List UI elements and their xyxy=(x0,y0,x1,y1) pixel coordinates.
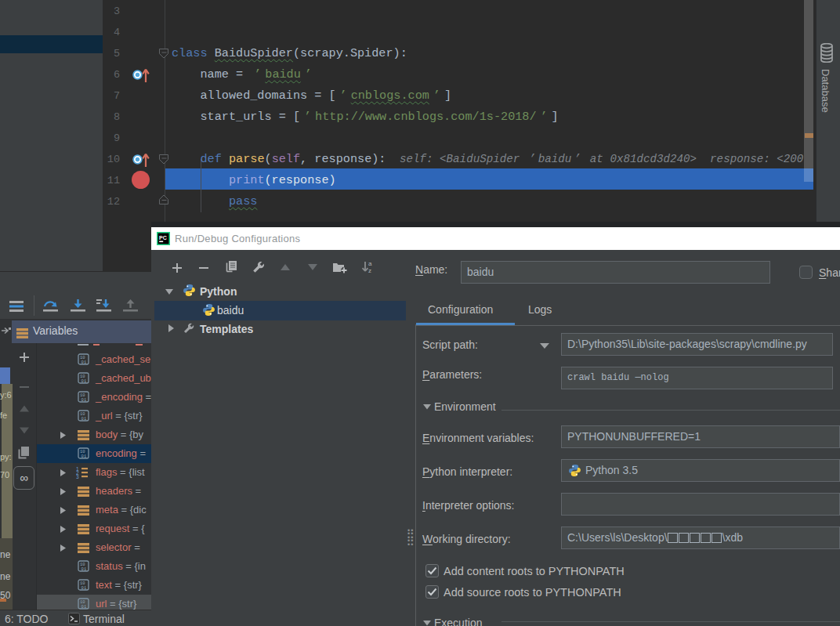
svg-text:01: 01 xyxy=(81,378,87,384)
svg-text:a: a xyxy=(368,260,372,267)
svg-text:01: 01 xyxy=(81,397,87,403)
svg-text:01: 01 xyxy=(81,566,87,572)
svg-text:3: 3 xyxy=(76,474,79,479)
svg-text:01: 01 xyxy=(81,454,87,459)
svg-text:01: 01 xyxy=(81,585,87,591)
svg-text:01: 01 xyxy=(81,604,87,610)
svg-text:01: 01 xyxy=(81,360,87,365)
svg-text:01: 01 xyxy=(81,416,87,422)
svg-text:PC: PC xyxy=(159,235,167,241)
svg-text:z: z xyxy=(368,267,371,274)
